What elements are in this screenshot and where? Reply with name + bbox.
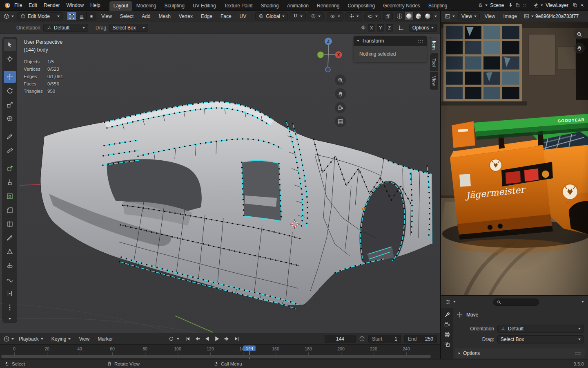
menu-render[interactable]: Render: [40, 1, 63, 9]
shading-wireframe-button[interactable]: [395, 12, 404, 20]
image-pan-button[interactable]: [574, 43, 585, 54]
new-scene-icon[interactable]: [515, 2, 520, 8]
face-select-button[interactable]: [87, 12, 96, 20]
measure-tool[interactable]: [4, 144, 16, 157]
viewlayer-tab-icon[interactable]: [444, 341, 450, 348]
timeline-menu-keying[interactable]: Keying: [48, 335, 74, 343]
play-button[interactable]: [213, 335, 222, 343]
proportional-edit-dropdown[interactable]: [307, 12, 324, 20]
image-name[interactable]: 9e696f4c20a733f77: [535, 13, 579, 19]
bevel-tool[interactable]: [4, 204, 16, 216]
jump-to-end-button[interactable]: [232, 335, 241, 343]
properties-collapse-caret[interactable]: [581, 301, 584, 303]
search-input[interactable]: [503, 300, 536, 305]
inset-faces-tool[interactable]: [4, 190, 16, 202]
rotate-tool[interactable]: [4, 85, 16, 97]
viewport-menu-select[interactable]: Select: [117, 12, 137, 20]
mirror-z-toggle[interactable]: Z: [386, 24, 393, 31]
scale-tool[interactable]: [4, 99, 16, 111]
auto-keying-button[interactable]: [167, 335, 176, 343]
viewport-menu-add[interactable]: Add: [138, 12, 154, 20]
timeline-menu-view[interactable]: View: [76, 335, 93, 343]
transform-tool[interactable]: [4, 112, 16, 125]
viewport-menu-uv[interactable]: UV: [236, 12, 250, 20]
timeline-ruler[interactable]: 0 20 40 60 80 100 120 140 160 180 200 22…: [0, 344, 440, 359]
timeline-menu-playback[interactable]: Playback: [16, 335, 47, 343]
properties-editor-caret[interactable]: [453, 301, 456, 303]
mode-dropdown[interactable]: Edit Mode: [17, 12, 63, 20]
tab-sculpting[interactable]: Sculpting: [160, 1, 189, 11]
properties-search[interactable]: [493, 298, 539, 306]
unlink-scene-icon[interactable]: [522, 2, 527, 8]
image-browse-caret[interactable]: [531, 16, 534, 17]
edge-select-button[interactable]: [77, 12, 87, 20]
timeline-menu-marker[interactable]: Marker: [94, 335, 116, 343]
xray-toggle[interactable]: [383, 12, 393, 20]
mirror-y-toggle[interactable]: Y: [377, 24, 384, 31]
viewport-menu-face[interactable]: Face: [217, 12, 235, 20]
tab-layout[interactable]: Layout: [109, 1, 132, 11]
edge-slide-tool[interactable]: [4, 287, 16, 300]
viewport-menu-mesh[interactable]: Mesh: [156, 12, 174, 20]
timeline-editor-caret[interactable]: [11, 338, 14, 340]
viewport-3d[interactable]: User Perspective (144) body Objects1/5 V…: [0, 34, 440, 333]
knife-tool[interactable]: [4, 232, 16, 244]
timeline-scrollbar[interactable]: [1, 355, 431, 358]
transform-orientation-dropdown[interactable]: Global: [255, 12, 288, 20]
viewlayer-name[interactable]: ViewLayer: [546, 2, 568, 8]
pin-icon[interactable]: [508, 2, 513, 8]
sidebar-tab-tool[interactable]: Tool: [430, 54, 438, 71]
image-mode-dropdown[interactable]: View: [458, 12, 480, 20]
play-reverse-button[interactable]: [203, 335, 212, 343]
editor-type-timeline-icon[interactable]: [3, 336, 10, 342]
scene-browse-caret[interactable]: [485, 4, 488, 6]
new-viewlayer-icon[interactable]: [572, 2, 578, 8]
menu-help[interactable]: Help: [87, 1, 104, 9]
pan-button[interactable]: [335, 88, 346, 99]
jump-to-start-button[interactable]: [183, 335, 192, 343]
snap-base-icon[interactable]: [398, 25, 404, 31]
clock-icon[interactable]: [359, 336, 365, 342]
transform-panel-header[interactable]: Transform: [354, 36, 427, 46]
tweak-tool[interactable]: [4, 39, 16, 51]
editor-type-properties-icon[interactable]: [445, 299, 451, 305]
sidebar-tab-item[interactable]: Item: [430, 37, 438, 54]
viewport-menu-edge[interactable]: Edge: [198, 12, 216, 20]
image-zoom-button[interactable]: [574, 29, 585, 40]
editor-type-image-icon[interactable]: [444, 13, 451, 20]
panel-grip[interactable]: [417, 39, 424, 43]
image-editor-type-caret[interactable]: [452, 16, 455, 17]
next-keyframe-button[interactable]: [223, 335, 232, 343]
tab-uv-editing[interactable]: UV Editing: [189, 1, 220, 11]
add-cube-tool[interactable]: [4, 162, 16, 175]
poly-build-tool[interactable]: [4, 246, 16, 258]
shading-solid-button[interactable]: [404, 12, 414, 20]
prev-keyframe-button[interactable]: [193, 335, 202, 343]
editor-type-caret[interactable]: [11, 16, 14, 17]
image-editor-canvas[interactable]: Jägermeister: [440, 22, 588, 295]
mirror-x-toggle[interactable]: X: [368, 24, 375, 31]
scene-icon[interactable]: [477, 2, 483, 8]
loop-cut-tool[interactable]: [4, 218, 16, 230]
smooth-tool[interactable]: [4, 274, 16, 286]
image-menu-view[interactable]: View: [481, 12, 499, 20]
frame-end-field[interactable]: End250: [404, 335, 437, 343]
menu-edit[interactable]: Edit: [25, 1, 40, 9]
vertex-select-button[interactable]: [67, 12, 77, 20]
props-drag-dropdown[interactable]: Select Box: [497, 335, 584, 343]
cursor-tool[interactable]: [4, 53, 16, 65]
drag-dropdown[interactable]: Select Box: [109, 24, 148, 32]
frame-start-field[interactable]: Start1: [368, 335, 401, 343]
props-orientation-dropdown[interactable]: Default: [497, 325, 584, 333]
remove-viewlayer-icon[interactable]: [579, 2, 585, 8]
mesh-canvas[interactable]: [0, 34, 440, 333]
output-tab-icon[interactable]: [444, 331, 450, 338]
visibility-dropdown[interactable]: [327, 12, 343, 20]
scene-name[interactable]: Scene: [490, 2, 504, 8]
auto-keying-caret[interactable]: [177, 338, 179, 340]
show-gizmo-dropdown[interactable]: [345, 12, 362, 20]
viewport-menu-view[interactable]: View: [98, 12, 115, 20]
tab-texture-paint[interactable]: Texture Paint: [220, 1, 257, 11]
extrude-tool[interactable]: [4, 176, 16, 188]
navigation-gizmo[interactable]: Z X: [313, 36, 347, 74]
